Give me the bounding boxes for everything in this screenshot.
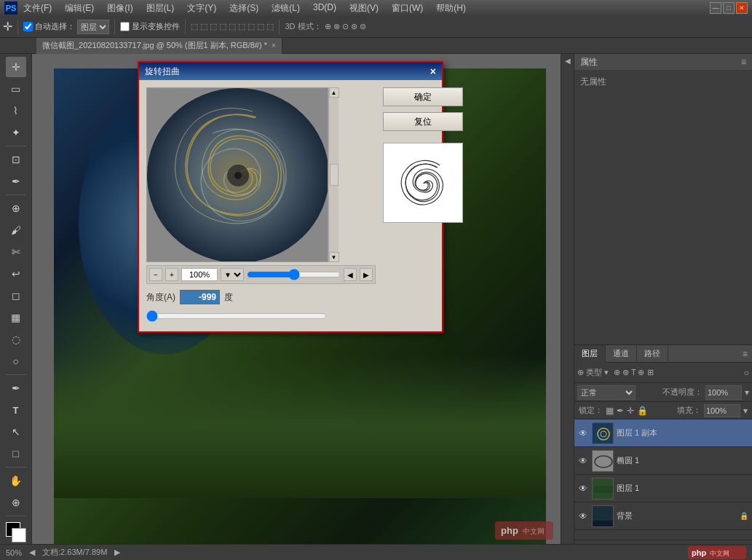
scroll-down[interactable]: ▼	[329, 252, 339, 262]
text-tool[interactable]: T	[6, 400, 26, 420]
layer-thumbnail-1	[592, 450, 614, 472]
menu-view[interactable]: 视图(V)	[347, 2, 381, 15]
layer-name-1: 椭圆 1	[617, 455, 749, 466]
menu-select[interactable]: 选择(S)	[226, 2, 261, 15]
menu-window[interactable]: 窗口(W)	[389, 2, 426, 15]
fill-dropdown-icon[interactable]: ▾	[743, 406, 748, 416]
fill-input[interactable]	[704, 404, 740, 417]
background-color[interactable]	[12, 528, 26, 543]
zoom-dropdown[interactable]: ▼	[221, 268, 244, 281]
layer-visibility-3[interactable]: 👁	[577, 510, 589, 522]
zoom-minus-button[interactable]: −	[149, 268, 162, 281]
menu-layer[interactable]: 图层(L)	[143, 2, 178, 15]
brush-tool[interactable]: 🖌	[6, 220, 26, 240]
svg-text:中文网: 中文网	[523, 527, 545, 535]
status-nav-prev[interactable]: ◀	[29, 548, 35, 557]
eyedropper-tool[interactable]: ✒	[6, 171, 26, 192]
status-nav-next[interactable]: ▶	[114, 548, 120, 557]
hand-tool[interactable]: ✋	[6, 470, 26, 491]
twirl-dialog-title[interactable]: 旋转扭曲 ×	[139, 63, 442, 80]
marquee-tool[interactable]: ▭	[6, 79, 26, 99]
zoom-plus-button[interactable]: +	[165, 268, 178, 281]
canvas-area: 旋转扭曲 ×	[32, 54, 561, 560]
nav-left-button[interactable]: ◀	[344, 268, 357, 281]
doc-size: 文档:2.63M/7.89M	[42, 547, 107, 558]
blur-tool[interactable]: ◌	[6, 329, 26, 350]
clone-tool[interactable]: ✄	[6, 242, 26, 262]
tab-paths[interactable]: 路径	[637, 345, 668, 363]
menu-3d[interactable]: 3D(D)	[310, 2, 339, 15]
gradient-tool[interactable]: ▦	[6, 307, 26, 328]
scroll-thumb[interactable]	[330, 164, 339, 186]
zoom-tool[interactable]: ⊕	[6, 492, 26, 513]
tab-channels[interactable]: 通道	[606, 345, 637, 363]
heal-tool[interactable]: ⊕	[6, 198, 26, 218]
auto-select-toggle[interactable]: 自动选择： 图层	[23, 20, 109, 34]
layer-visibility-0[interactable]: 👁	[577, 427, 589, 439]
layer-item-2[interactable]: 👁 图层 1	[574, 475, 752, 502]
filter-dropdown-icon[interactable]: ▾	[604, 368, 609, 377]
layer-item-0[interactable]: 👁 图层 1 副本	[574, 419, 752, 447]
zoom-input[interactable]	[181, 268, 218, 281]
blend-mode-select[interactable]: 正常	[577, 385, 636, 400]
menu-help[interactable]: 帮助(H)	[433, 2, 469, 15]
reset-button[interactable]: 复位	[383, 112, 463, 131]
twirl-vscroll[interactable]: ▲ ▼	[328, 87, 339, 262]
lock-label: 锁定：	[579, 405, 603, 416]
filter-toggle[interactable]: ○	[744, 368, 749, 378]
layer-visibility-1[interactable]: 👁	[577, 455, 589, 467]
lock-pixels-icon[interactable]: ✒	[617, 406, 624, 416]
show-transform-checkbox[interactable]	[120, 22, 130, 31]
eraser-tool[interactable]: ◻	[6, 285, 26, 306]
move-tool[interactable]: ✛	[6, 57, 26, 77]
twirl-dialog: 旋转扭曲 ×	[138, 61, 443, 333]
titlebar: PS 文件(F) 编辑(E) 图像(I) 图层(L) 文字(Y) 选择(S) 滤…	[0, 0, 752, 16]
layer-item-1[interactable]: 👁 椭圆 1	[574, 447, 752, 475]
maximize-button[interactable]: □	[723, 2, 735, 14]
svg-text:php: php	[692, 548, 706, 557]
tab-close-icon[interactable]: ×	[272, 42, 276, 50]
lock-position-icon[interactable]: ✛	[627, 406, 634, 416]
lock-transparent-icon[interactable]: ▦	[606, 406, 614, 416]
nav-right-button[interactable]: ▶	[360, 268, 373, 281]
scroll-up[interactable]: ▲	[329, 87, 339, 98]
no-properties-text: 无属性	[580, 76, 606, 87]
history-brush-tool[interactable]: ↩	[6, 264, 26, 284]
opacity-dropdown-icon[interactable]: ▾	[745, 387, 749, 398]
layer-visibility-2[interactable]: 👁	[577, 483, 589, 494]
menu-file[interactable]: 文件(F)	[20, 2, 55, 15]
twirl-close-button[interactable]: ×	[430, 66, 436, 77]
menu-edit[interactable]: 编辑(E)	[62, 2, 97, 15]
layer-select[interactable]: 图层	[77, 20, 109, 34]
active-tab[interactable]: 微信截图_20210820133717.jpg @ 50% (图层1 副本, R…	[36, 38, 282, 54]
menu-filter[interactable]: 滤镜(L)	[269, 2, 303, 15]
auto-select-checkbox[interactable]	[23, 22, 33, 31]
shape-tool[interactable]: □	[6, 443, 26, 464]
confirm-button[interactable]: 确定	[383, 87, 463, 106]
minimize-button[interactable]: —	[710, 2, 721, 14]
color-swatches[interactable]	[6, 522, 26, 543]
layers-menu-icon[interactable]: ≡	[738, 349, 752, 359]
close-button[interactable]: ✕	[736, 2, 748, 14]
zoom-slider[interactable]	[247, 269, 341, 280]
angle-slider[interactable]	[146, 310, 327, 322]
magic-wand-tool[interactable]: ✦	[6, 122, 26, 143]
properties-menu-icon[interactable]: ≡	[741, 57, 746, 67]
menu-text[interactable]: 文字(Y)	[184, 2, 219, 15]
opacity-input[interactable]	[705, 385, 742, 400]
angle-input[interactable]	[180, 290, 220, 304]
menu-image[interactable]: 图像(I)	[104, 2, 135, 15]
type-filter-label: 类型	[586, 367, 602, 378]
lasso-tool[interactable]: ⌇	[6, 100, 26, 121]
tab-layers[interactable]: 图层	[574, 345, 606, 363]
twirl-dialog-title-text: 旋转扭曲	[145, 66, 180, 78]
dodge-tool[interactable]: ○	[6, 351, 26, 371]
move-tool-icon[interactable]: ✛	[3, 20, 12, 33]
pen-tool[interactable]: ✒	[6, 378, 26, 398]
crop-tool[interactable]: ⊡	[6, 149, 26, 170]
panel-toggle-icon[interactable]: ◀	[565, 57, 571, 65]
lock-all-icon[interactable]: 🔒	[637, 406, 648, 416]
show-transform-toggle[interactable]: 显示变换控件	[120, 21, 180, 32]
layer-item-3[interactable]: 👁 背景 🔒	[574, 502, 752, 530]
path-select-tool[interactable]: ↖	[6, 422, 26, 442]
